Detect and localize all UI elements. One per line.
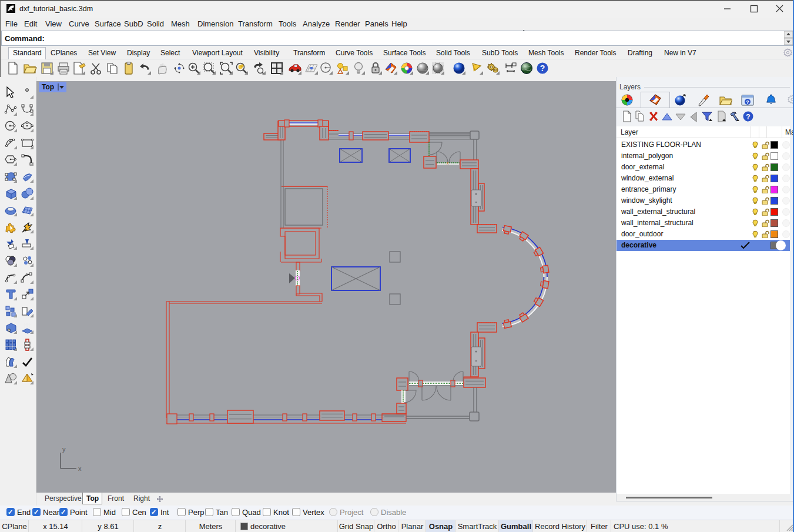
svg-text:?: ?	[746, 113, 750, 121]
svg-text:?: ?	[540, 63, 545, 73]
svg-text:x: x	[78, 465, 82, 472]
svg-text:?: ?	[746, 99, 749, 105]
svg-text:x: x	[447, 161, 449, 165]
svg-text:y: y	[62, 446, 66, 453]
